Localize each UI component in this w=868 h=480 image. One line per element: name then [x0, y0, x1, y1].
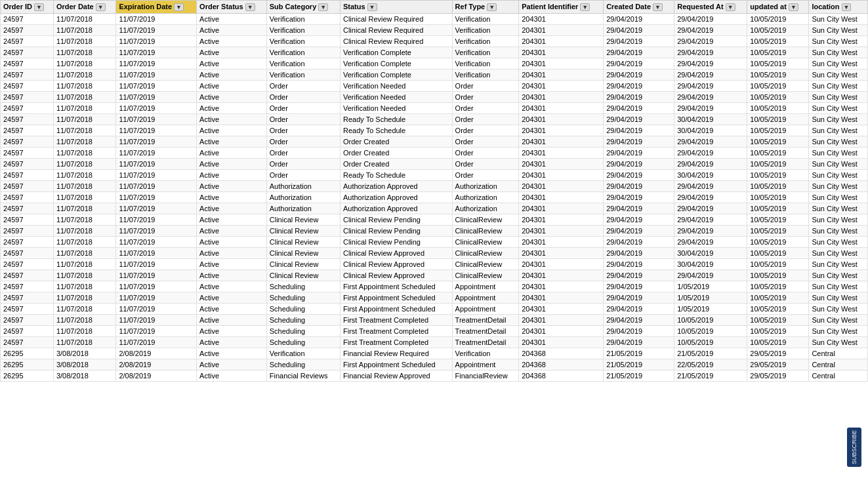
cell-order_date: 3/08/2018 — [53, 348, 116, 359]
cell-created_date: 21/05/2019 — [604, 348, 674, 359]
cell-patient_identifier: 204301 — [519, 226, 604, 237]
table-row[interactable]: 262953/08/20182/08/2019ActiveVerificatio… — [1, 348, 868, 359]
table-row[interactable]: 262953/08/20182/08/2019ActiveSchedulingF… — [1, 359, 868, 370]
table-row[interactable]: 2459711/07/201811/07/2019ActiveOrderVeri… — [1, 92, 868, 103]
table-row[interactable]: 2459711/07/201811/07/2019ActiveSchedulin… — [1, 315, 868, 326]
cell-status: Clinical Review Pending — [340, 214, 452, 226]
cell-expiration_date: 11/07/2019 — [116, 125, 197, 136]
cell-ref_type: Authorization — [452, 181, 519, 192]
cell-expiration_date: 11/07/2019 — [116, 337, 197, 348]
sort-button-order_date[interactable]: ▼ — [96, 3, 106, 11]
sort-button-created_date[interactable]: ▼ — [653, 3, 663, 11]
table-row[interactable]: 2459711/07/201811/07/2019ActiveOrderVeri… — [1, 103, 868, 114]
cell-expiration_date: 11/07/2019 — [116, 237, 197, 248]
table-row[interactable]: 2459711/07/201811/07/2019ActiveVerificat… — [1, 25, 868, 36]
sort-button-order_status[interactable]: ▼ — [245, 3, 255, 11]
table-row[interactable]: 2459711/07/201811/07/2019ActiveOrderOrde… — [1, 159, 868, 170]
column-header-order_date[interactable]: Order Date▼ — [53, 1, 116, 14]
table-row[interactable]: 2459711/07/201811/07/2019ActiveSchedulin… — [1, 337, 868, 348]
column-label-status: Status — [343, 3, 365, 10]
cell-order_date: 11/07/2018 — [53, 281, 116, 292]
table-row[interactable]: 2459711/07/201811/07/2019ActiveVerificat… — [1, 47, 868, 58]
column-header-sub_category[interactable]: Sub Category▼ — [266, 1, 340, 14]
column-header-location[interactable]: location▼ — [809, 1, 868, 14]
sort-button-order_id[interactable]: ▼ — [34, 3, 44, 11]
cell-status: Verification Needed — [340, 81, 452, 92]
column-header-created_date[interactable]: Created Date▼ — [604, 1, 674, 14]
table-row[interactable]: 2459711/07/201811/07/2019ActiveSchedulin… — [1, 304, 868, 315]
cell-expiration_date: 11/07/2019 — [116, 315, 197, 326]
cell-ref_type: Appointment — [452, 292, 519, 304]
sort-button-requested_at[interactable]: ▼ — [726, 3, 735, 11]
table-row[interactable]: 262953/08/20182/08/2019ActiveFinancial R… — [1, 370, 868, 382]
table-row[interactable]: 2459711/07/201811/07/2019ActiveAuthoriza… — [1, 203, 868, 214]
table-row[interactable]: 2459711/07/201811/07/2019ActiveVerificat… — [1, 36, 868, 47]
column-header-requested_at[interactable]: Requested At▼ — [674, 1, 747, 14]
table-row[interactable]: 2459711/07/201811/07/2019ActiveSchedulin… — [1, 292, 868, 304]
cell-patient_identifier: 204301 — [519, 125, 604, 136]
column-header-ref_type[interactable]: Ref Type▼ — [452, 1, 519, 14]
sort-button-status[interactable]: ▼ — [367, 3, 377, 11]
column-header-order_status[interactable]: Order Status▼ — [197, 1, 267, 14]
table-row[interactable]: 2459711/07/201811/07/2019ActiveVerificat… — [1, 70, 868, 81]
table-row[interactable]: 2459711/07/201811/07/2019ActiveOrderRead… — [1, 125, 868, 136]
cell-created_date: 29/04/2019 — [604, 25, 674, 36]
cell-expiration_date: 2/08/2019 — [116, 370, 197, 382]
cell-order_date: 3/08/2018 — [53, 370, 116, 382]
cell-order_status: Active — [197, 348, 267, 359]
cell-order_date: 11/07/2018 — [53, 192, 116, 203]
table-row[interactable]: 2459711/07/201811/07/2019ActiveOrderRead… — [1, 114, 868, 125]
sort-button-ref_type[interactable]: ▼ — [487, 3, 497, 11]
cell-order_id: 24597 — [1, 214, 54, 226]
table-row[interactable]: 2459711/07/201811/07/2019ActiveClinical … — [1, 270, 868, 281]
table-row[interactable]: 2459711/07/201811/07/2019ActiveVerificat… — [1, 58, 868, 70]
table-row[interactable]: 2459711/07/201811/07/2019ActiveAuthoriza… — [1, 192, 868, 203]
cell-patient_identifier: 204301 — [519, 36, 604, 47]
cell-ref_type: ClinicalReview — [452, 270, 519, 281]
cell-order_date: 11/07/2018 — [53, 70, 116, 81]
table-row[interactable]: 2459711/07/201811/07/2019ActiveClinical … — [1, 226, 868, 237]
cell-patient_identifier: 204301 — [519, 70, 604, 81]
cell-order_id: 24597 — [1, 315, 54, 326]
cell-requested_at: 29/04/2019 — [674, 148, 747, 159]
sort-button-location[interactable]: ▼ — [842, 3, 852, 11]
cell-updated_at: 10/05/2019 — [747, 58, 809, 70]
cell-updated_at: 10/05/2019 — [747, 270, 809, 281]
cell-ref_type: FinancialReview — [452, 370, 519, 382]
column-header-status[interactable]: Status▼ — [340, 1, 452, 14]
column-header-expiration_date[interactable]: Expiration Date▼ — [116, 1, 197, 14]
column-header-patient_identifier[interactable]: Patient Identifier▼ — [519, 1, 604, 14]
sort-button-patient_identifier[interactable]: ▼ — [580, 3, 590, 11]
table-row[interactable]: 2459711/07/201811/07/2019ActiveAuthoriza… — [1, 181, 868, 192]
sort-button-updated_at[interactable]: ▼ — [789, 3, 798, 11]
table-row[interactable]: 2459711/07/201811/07/2019ActiveOrderVeri… — [1, 81, 868, 92]
column-label-sub_category: Sub Category — [270, 3, 317, 10]
cell-expiration_date: 11/07/2019 — [116, 36, 197, 47]
table-row[interactable]: 2459711/07/201811/07/2019ActiveOrderRead… — [1, 170, 868, 181]
column-label-location: location — [812, 3, 839, 10]
cell-updated_at: 10/05/2019 — [747, 70, 809, 81]
table-row[interactable]: 2459711/07/201811/07/2019ActiveClinical … — [1, 248, 868, 259]
cell-order_date: 11/07/2018 — [53, 304, 116, 315]
cell-created_date: 29/04/2019 — [604, 237, 674, 248]
table-row[interactable]: 2459711/07/201811/07/2019ActiveClinical … — [1, 259, 868, 270]
table-row[interactable]: 2459711/07/201811/07/2019ActiveOrderOrde… — [1, 136, 868, 148]
table-row[interactable]: 2459711/07/201811/07/2019ActiveVerificat… — [1, 14, 868, 25]
cell-order_id: 24597 — [1, 226, 54, 237]
cell-requested_at: 30/04/2019 — [674, 170, 747, 181]
cell-sub_category: Clinical Review — [266, 248, 340, 259]
column-header-updated_at[interactable]: updated at▼ — [747, 1, 809, 14]
table-row[interactable]: 2459711/07/201811/07/2019ActiveOrderOrde… — [1, 148, 868, 159]
cell-location: Sun City West — [809, 181, 868, 192]
table-row[interactable]: 2459711/07/201811/07/2019ActiveSchedulin… — [1, 281, 868, 292]
column-header-order_id[interactable]: Order ID▼ — [1, 1, 54, 14]
cell-sub_category: Verification — [266, 47, 340, 58]
cell-order_status: Active — [197, 25, 267, 36]
table-row[interactable]: 2459711/07/201811/07/2019ActiveClinical … — [1, 214, 868, 226]
table-row[interactable]: 2459711/07/201811/07/2019ActiveSchedulin… — [1, 326, 868, 337]
cell-status: Verification Needed — [340, 92, 452, 103]
sort-button-sub_category[interactable]: ▼ — [318, 3, 328, 11]
sort-button-expiration_date[interactable]: ▼ — [174, 3, 184, 11]
table-row[interactable]: 2459711/07/201811/07/2019ActiveClinical … — [1, 237, 868, 248]
column-label-order_date: Order Date — [56, 3, 94, 10]
